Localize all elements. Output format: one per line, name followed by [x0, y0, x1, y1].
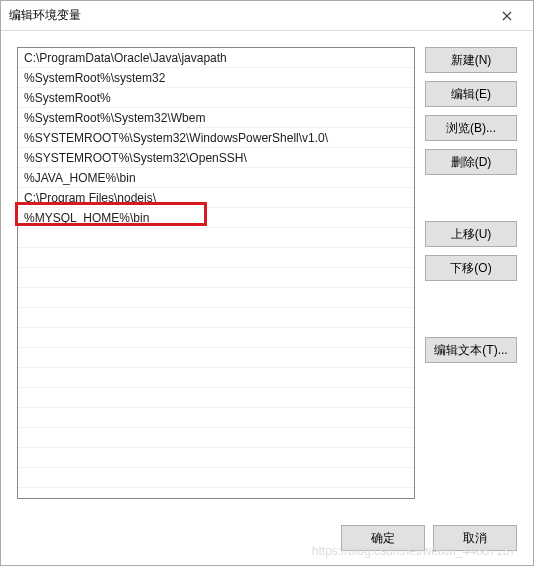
- dialog-window: 编辑环境变量 C:\ProgramData\Oracle\Java\javapa…: [0, 0, 534, 566]
- browse-button[interactable]: 浏览(B)...: [425, 115, 517, 141]
- list-item[interactable]: %SystemRoot%\System32\Wbem: [18, 108, 414, 128]
- new-button[interactable]: 新建(N): [425, 47, 517, 73]
- list-item[interactable]: [18, 328, 414, 348]
- content-area: C:\ProgramData\Oracle\Java\javapath%Syst…: [1, 31, 533, 515]
- list-item[interactable]: C:\Program Files\nodejs\: [18, 188, 414, 208]
- list-item[interactable]: C:\ProgramData\Oracle\Java\javapath: [18, 48, 414, 68]
- list-item[interactable]: [18, 448, 414, 468]
- list-item[interactable]: [18, 268, 414, 288]
- dialog-title: 编辑环境变量: [9, 7, 489, 24]
- move-up-button[interactable]: 上移(U): [425, 221, 517, 247]
- list-item[interactable]: [18, 428, 414, 448]
- spacer: [425, 289, 517, 329]
- list-item[interactable]: %SystemRoot%\system32: [18, 68, 414, 88]
- spacer: [425, 183, 517, 213]
- list-item[interactable]: [18, 388, 414, 408]
- list-item[interactable]: [18, 468, 414, 488]
- list-item[interactable]: [18, 408, 414, 428]
- list-item[interactable]: [18, 368, 414, 388]
- edit-text-button[interactable]: 编辑文本(T)...: [425, 337, 517, 363]
- edit-button[interactable]: 编辑(E): [425, 81, 517, 107]
- move-down-button[interactable]: 下移(O): [425, 255, 517, 281]
- side-button-panel: 新建(N) 编辑(E) 浏览(B)... 删除(D) 上移(U) 下移(O) 编…: [425, 47, 517, 503]
- cancel-button[interactable]: 取消: [433, 525, 517, 551]
- list-item[interactable]: %SYSTEMROOT%\System32\WindowsPowerShell\…: [18, 128, 414, 148]
- list-item[interactable]: [18, 288, 414, 308]
- list-item[interactable]: %SYSTEMROOT%\System32\OpenSSH\: [18, 148, 414, 168]
- list-item[interactable]: [18, 348, 414, 368]
- list-item[interactable]: %SystemRoot%: [18, 88, 414, 108]
- ok-button[interactable]: 确定: [341, 525, 425, 551]
- titlebar: 编辑环境变量: [1, 1, 533, 31]
- list-item[interactable]: [18, 308, 414, 328]
- close-button[interactable]: [489, 2, 525, 30]
- delete-button[interactable]: 删除(D): [425, 149, 517, 175]
- list-item[interactable]: [18, 248, 414, 268]
- list-item[interactable]: %JAVA_HOME%\bin: [18, 168, 414, 188]
- close-icon: [502, 11, 512, 21]
- list-item[interactable]: [18, 228, 414, 248]
- path-listbox[interactable]: C:\ProgramData\Oracle\Java\javapath%Syst…: [17, 47, 415, 499]
- list-item[interactable]: %MYSQL_HOME%\bin: [18, 208, 414, 228]
- footer: 确定 取消: [1, 515, 533, 565]
